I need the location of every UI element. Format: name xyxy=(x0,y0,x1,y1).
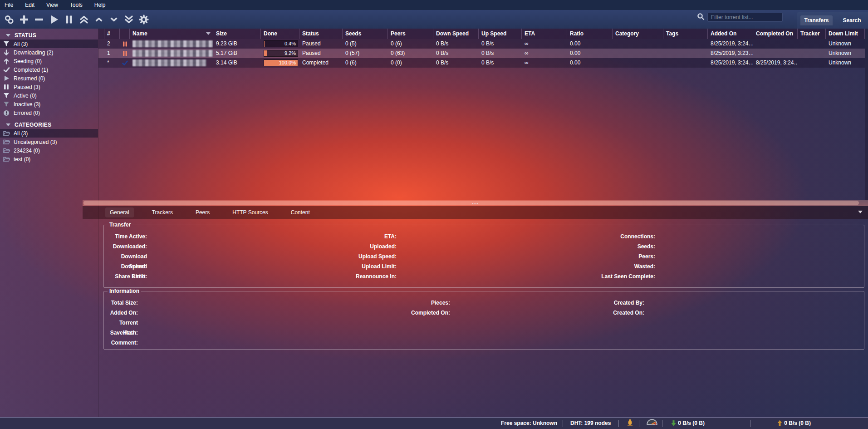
torrent-name-redacted xyxy=(130,39,213,49)
statusbar-separator xyxy=(639,420,639,427)
panel-splitter[interactable]: ... xyxy=(83,200,868,206)
collapse-caret-icon xyxy=(6,34,10,37)
sidebar-category-uncategorized[interactable]: Uncategorized (3) xyxy=(0,138,98,146)
sidebar-category-test[interactable]: test (0) xyxy=(0,155,98,163)
header-peers[interactable]: Peers xyxy=(388,29,433,39)
header-up-speed[interactable]: Up Speed xyxy=(479,29,522,39)
statusbar-separator xyxy=(618,420,619,427)
header-eta[interactable]: ETA xyxy=(522,29,567,39)
move-down-icon[interactable] xyxy=(108,14,119,25)
label-reannounce-in: Reannounce In: xyxy=(306,271,397,281)
label-last-seen-complete: Last Seen Complete: xyxy=(519,271,655,281)
tab-transfers[interactable]: Transfers xyxy=(800,15,832,25)
folder-icon xyxy=(3,130,10,136)
menu-file[interactable]: File xyxy=(5,2,13,8)
label-time-active: Time Active: xyxy=(108,232,147,242)
label-upload-limit: Upload Limit: xyxy=(306,261,397,271)
collapse-caret-icon xyxy=(6,123,10,126)
link-icon[interactable] xyxy=(4,14,15,25)
status-bar: Free space: Unknown DHT: 199 nodes 0 B/s… xyxy=(0,417,868,429)
transfer-group: Transfer Time Active: Downloaded: Downlo… xyxy=(103,222,864,288)
status-section-header[interactable]: STATUS xyxy=(0,31,98,39)
tab-general[interactable]: General xyxy=(105,207,134,217)
label-total-size: Total Size: xyxy=(108,298,138,308)
sidebar-item-all[interactable]: All (3) xyxy=(0,39,98,48)
tab-trackers[interactable]: Trackers xyxy=(147,207,177,217)
alt-speed-gauge-icon[interactable] xyxy=(646,418,658,429)
header-seeds[interactable]: Seeds xyxy=(343,29,388,39)
label-download-speed: Download Speed: xyxy=(108,251,147,261)
menu-edit[interactable]: Edit xyxy=(25,2,34,8)
sidebar-item-active[interactable]: Active (0) xyxy=(0,91,98,100)
resume-icon[interactable] xyxy=(49,14,59,25)
sidebar-item-paused[interactable]: Paused (3) xyxy=(0,83,98,91)
move-up-icon[interactable] xyxy=(93,14,104,25)
table-row[interactable]: 1 5.17 GiB 9.2% Paused 0 (57) 0 (63) 0 B… xyxy=(98,49,865,58)
sidebar-item-errored[interactable]: Errored (0) xyxy=(0,108,98,117)
filter-area xyxy=(697,12,788,22)
sidebar-category-234234[interactable]: 234234 (0) xyxy=(0,146,98,155)
menu-view[interactable]: View xyxy=(46,2,58,8)
header-size[interactable]: Size xyxy=(213,29,261,39)
categories-section-header[interactable]: CATEGORIES xyxy=(0,120,98,129)
label-torrent-hash: Torrent Hash: xyxy=(108,318,138,328)
main-view-tabs: Transfers Search xyxy=(797,12,868,29)
sidebar-item-completed[interactable]: Completed (1) xyxy=(0,65,98,74)
header-down-limit[interactable]: Down Limit xyxy=(826,29,865,39)
move-top-icon[interactable] xyxy=(78,14,89,25)
header-done[interactable]: Done xyxy=(261,29,299,39)
move-bottom-icon[interactable] xyxy=(123,14,134,25)
tab-search[interactable]: Search xyxy=(839,15,864,25)
label-uploaded: Uploaded: xyxy=(306,242,397,251)
download-speed-indicator[interactable]: 0 B/s (0 B) xyxy=(671,418,705,429)
remove-icon[interactable] xyxy=(34,14,44,25)
filter-torrent-input[interactable] xyxy=(707,13,783,22)
header-num[interactable]: # xyxy=(104,29,120,39)
label-created-on: Created On: xyxy=(508,308,644,318)
header-state-icon[interactable] xyxy=(120,29,130,39)
upload-speed-indicator[interactable]: 0 B/s (0 B) xyxy=(777,418,811,429)
information-legend: Information xyxy=(108,288,141,294)
header-status[interactable]: Status xyxy=(299,29,343,39)
statusbar-separator xyxy=(662,420,662,427)
sidebar-item-downloading[interactable]: Downloading (2) xyxy=(0,48,98,57)
header-tracker[interactable]: Tracker xyxy=(798,29,826,39)
table-row[interactable]: * 3.14 GiB 100.0% Completed 0 (6) 0 (0) … xyxy=(98,58,865,68)
menu-help[interactable]: Help xyxy=(94,2,106,8)
header-category[interactable]: Category xyxy=(613,29,663,39)
progress-bar: 9.2% xyxy=(264,50,298,57)
panel-collapse-icon[interactable] xyxy=(858,211,863,213)
header-added-on[interactable]: Added On xyxy=(708,29,753,39)
header-ratio[interactable]: Ratio xyxy=(567,29,613,39)
completed-icon xyxy=(120,58,130,68)
error-icon xyxy=(3,110,10,116)
header-spacer xyxy=(98,29,104,39)
sidebar-category-all[interactable]: All (3) xyxy=(0,129,98,138)
header-completed-on[interactable]: Completed On xyxy=(753,29,798,39)
torrent-name-redacted xyxy=(130,49,213,58)
sidebar-item-inactive[interactable]: Inactive (3) xyxy=(0,100,98,108)
horizontal-scrollbar-thumb[interactable] xyxy=(83,201,859,205)
label-upload-speed: Upload Speed: xyxy=(306,251,397,261)
label-wasted: Wasted: xyxy=(519,261,655,271)
header-down-speed[interactable]: Down Speed xyxy=(433,29,479,39)
sidebar-item-seeding[interactable]: Seeding (0) xyxy=(0,57,98,65)
label-downloaded: Downloaded: xyxy=(108,242,147,251)
label-completed-on: Completed On: xyxy=(359,308,450,318)
table-vertical-scrollbar[interactable] xyxy=(865,29,868,200)
folder-icon xyxy=(3,139,10,145)
connection-status-icon[interactable] xyxy=(627,418,633,429)
tab-http-sources[interactable]: HTTP Sources xyxy=(228,207,272,217)
tab-content[interactable]: Content xyxy=(286,207,314,217)
paused-icon xyxy=(120,39,130,49)
label-seeds: Seeds: xyxy=(519,242,655,251)
header-name[interactable]: Name xyxy=(130,29,213,39)
table-row[interactable]: 2 9.23 GiB 0.4% Paused 0 (5) 0 (6) 0 B/s… xyxy=(98,39,865,49)
sidebar-item-resumed[interactable]: Resumed (0) xyxy=(0,74,98,83)
pause-icon[interactable] xyxy=(64,14,74,25)
header-tags[interactable]: Tags xyxy=(663,29,708,39)
add-icon[interactable] xyxy=(19,14,29,25)
options-gear-icon[interactable] xyxy=(138,14,149,25)
tab-peers[interactable]: Peers xyxy=(191,207,214,217)
menu-tools[interactable]: Tools xyxy=(70,2,83,8)
